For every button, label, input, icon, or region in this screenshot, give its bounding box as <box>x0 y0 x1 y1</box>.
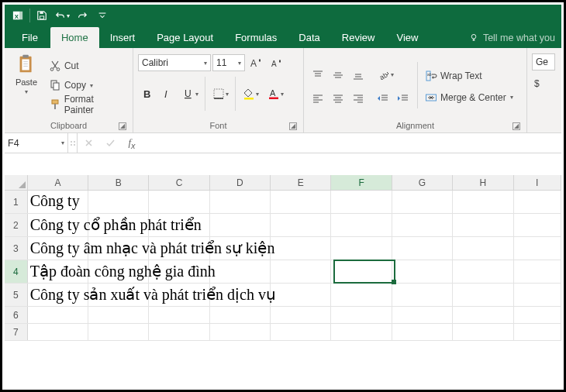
cell-F2[interactable] <box>331 214 392 236</box>
cell-I5[interactable] <box>514 284 561 306</box>
cell-A7[interactable] <box>28 324 88 340</box>
col-header-G[interactable]: G <box>392 175 453 190</box>
cell-G7[interactable] <box>392 324 453 340</box>
cell-I1[interactable] <box>514 191 561 213</box>
save-icon[interactable] <box>32 6 52 25</box>
tab-view[interactable]: View <box>385 27 429 48</box>
align-right-icon[interactable] <box>349 89 368 108</box>
col-header-C[interactable]: C <box>149 175 209 190</box>
cell-F7[interactable] <box>331 324 392 340</box>
wrap-text-button[interactable]: ab Wrap Text <box>423 67 516 84</box>
align-top-icon[interactable] <box>309 66 327 84</box>
cell-H3[interactable] <box>453 237 513 260</box>
cell-G2[interactable] <box>392 214 453 236</box>
copy-button[interactable]: Copy▾ <box>47 77 128 94</box>
cell-D4[interactable] <box>210 260 271 283</box>
cell-F3[interactable] <box>331 237 392 260</box>
paste-button[interactable]: Paste ▾ <box>9 51 43 119</box>
cut-button[interactable]: Cut <box>47 57 128 74</box>
formula-input[interactable] <box>143 133 561 153</box>
font-size-select[interactable]: 11▾ <box>212 54 245 71</box>
cell-D7[interactable] <box>210 324 271 340</box>
cell-I2[interactable] <box>514 214 561 236</box>
col-header-A[interactable]: A <box>28 175 88 190</box>
cell-E7[interactable] <box>271 324 331 340</box>
decrease-font-icon[interactable]: A <box>267 53 285 72</box>
align-middle-icon[interactable] <box>329 66 347 84</box>
cell-G5[interactable] <box>392 284 453 306</box>
format-painter-button[interactable]: Format Painter <box>47 96 128 113</box>
clipboard-launcher[interactable]: ◢ <box>119 122 126 130</box>
row-header-1[interactable]: 1 <box>5 191 28 213</box>
merge-center-button[interactable]: Merge & Center▾ <box>423 89 516 106</box>
borders-icon[interactable]: ▾ <box>209 84 232 103</box>
cell-A5[interactable]: Công ty sản xuất và phát triển dịch vụ <box>28 284 88 306</box>
cell-F6[interactable] <box>331 307 392 323</box>
tab-insert[interactable]: Insert <box>99 27 147 48</box>
cell-E2[interactable] <box>271 214 331 236</box>
col-header-E[interactable]: E <box>271 175 331 190</box>
col-header-B[interactable]: B <box>88 175 149 190</box>
underline-icon[interactable]: U▾ <box>178 84 202 103</box>
align-center-icon[interactable] <box>329 89 347 108</box>
cell-H5[interactable] <box>453 284 513 306</box>
cell-H1[interactable] <box>453 191 513 213</box>
tab-data[interactable]: Data <box>288 27 330 48</box>
cell-I6[interactable] <box>514 307 561 323</box>
alignment-launcher[interactable]: ◢ <box>513 122 520 130</box>
align-bottom-icon[interactable] <box>349 66 368 84</box>
cell-B7[interactable] <box>88 324 149 340</box>
cell-G6[interactable] <box>392 307 453 323</box>
cell-B1[interactable] <box>88 191 149 213</box>
cell-F4[interactable] <box>331 260 392 283</box>
cell-G1[interactable] <box>392 191 453 213</box>
spreadsheet-grid[interactable]: A B C D E F G H I 1 Công ty 2 Công ty cổ… <box>5 175 561 341</box>
font-name-select[interactable]: Calibri▾ <box>138 54 211 71</box>
cell-D2[interactable] <box>210 214 271 236</box>
select-all-corner[interactable] <box>5 175 28 190</box>
row-header-4[interactable]: 4 <box>5 260 28 283</box>
cell-A2[interactable]: Công ty cổ phần phát triển <box>28 214 88 236</box>
row-header-7[interactable]: 7 <box>5 324 28 340</box>
tab-formulas[interactable]: Formulas <box>224 27 288 48</box>
col-header-F[interactable]: F <box>331 175 392 190</box>
cell-I4[interactable] <box>514 260 561 283</box>
cell-B6[interactable] <box>88 307 149 323</box>
tab-home[interactable]: Home <box>50 27 99 48</box>
row-header-5[interactable]: 5 <box>5 284 28 306</box>
cell-A6[interactable] <box>28 307 88 323</box>
increase-indent-icon[interactable] <box>394 89 412 108</box>
cell-H7[interactable] <box>453 324 513 340</box>
row-header-6[interactable]: 6 <box>5 307 28 323</box>
cell-C6[interactable] <box>149 307 209 323</box>
tab-page-layout[interactable]: Page Layout <box>146 27 224 48</box>
currency-button[interactable]: $ <box>532 75 554 92</box>
customize-qat-icon[interactable] <box>92 6 112 25</box>
font-color-icon[interactable]: A▾ <box>264 84 287 103</box>
cell-E1[interactable] <box>271 191 331 213</box>
italic-icon[interactable]: I <box>158 84 177 103</box>
row-header-3[interactable]: 3 <box>5 237 28 260</box>
cell-H6[interactable] <box>453 307 513 323</box>
cell-A1[interactable]: Công ty <box>28 191 88 213</box>
cell-E5[interactable] <box>271 284 331 306</box>
cell-E3[interactable] <box>271 237 331 260</box>
cell-E6[interactable] <box>271 307 331 323</box>
cell-H4[interactable] <box>453 260 513 283</box>
cell-F1[interactable] <box>331 191 392 213</box>
cell-C1[interactable] <box>149 191 209 213</box>
redo-icon[interactable] <box>72 6 92 25</box>
cell-G4[interactable] <box>392 260 453 283</box>
col-header-H[interactable]: H <box>453 175 513 190</box>
cell-H2[interactable] <box>453 214 513 236</box>
cell-A3[interactable]: Công ty âm nhạc và phát triển sự kiện <box>28 237 88 260</box>
number-format-select[interactable]: Ge <box>532 53 555 70</box>
row-header-2[interactable]: 2 <box>5 214 28 236</box>
col-header-I[interactable]: I <box>514 175 561 190</box>
cell-G3[interactable] <box>392 237 453 260</box>
tab-file[interactable]: File <box>9 27 50 48</box>
cell-A4[interactable]: Tập đoàn công nghệ gia đình <box>28 260 88 283</box>
increase-font-icon[interactable]: A <box>247 53 265 72</box>
fill-color-icon[interactable]: ▾ <box>239 84 262 103</box>
tell-me-search[interactable]: Tell me what you <box>465 28 561 48</box>
